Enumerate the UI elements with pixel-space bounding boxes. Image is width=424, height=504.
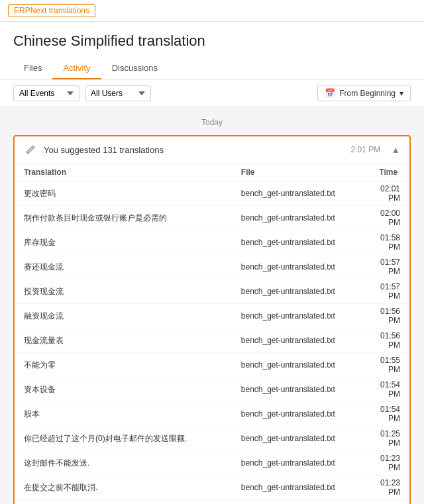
- cell-time: 01:25 PM: [370, 427, 409, 451]
- user-filter-select[interactable]: All Users: [85, 85, 151, 101]
- cell-translation: 融资现金流: [15, 304, 232, 328]
- tab-files[interactable]: Files: [13, 58, 52, 79]
- cell-time: 01:23 PM: [370, 476, 409, 500]
- cell-file: bench_get-untranslated.txt: [232, 304, 370, 328]
- table-row: 这封邮件不能发送.bench_get-untranslated.txt01:23…: [15, 451, 409, 476]
- cell-time: 01:22 PM: [370, 500, 409, 505]
- col-header-file: File: [232, 164, 370, 181]
- table-row: 制作付款条目时现金或银行账户是必需的bench_get-untranslated…: [15, 206, 409, 230]
- table-row: 融资现金流bench_get-untranslated.txt01:56 PM: [15, 304, 409, 328]
- page-header: Chinese Simplified translation Files Act…: [0, 22, 424, 79]
- toolbar: All Events All Users 📅 From Beginning ▾: [0, 79, 424, 107]
- cell-time: 01:57 PM: [370, 255, 409, 279]
- page-title: Chinese Simplified translation: [13, 32, 411, 50]
- cell-time: 02:01 PM: [370, 181, 409, 206]
- activity-header: You suggested 131 translations 2:01 PM ▲: [15, 136, 409, 164]
- cell-time: 02:00 PM: [370, 206, 409, 230]
- cell-file: bench_get-untranslated.txt: [232, 255, 370, 279]
- table-row: 不能为零bench_get-untranslated.txt01:55 PM: [15, 353, 409, 378]
- date-divider: Today: [13, 118, 411, 127]
- tab-activity[interactable]: Activity: [52, 58, 101, 79]
- cell-translation: 投资现金流: [15, 279, 232, 304]
- cell-file: bench_get-untranslated.txt: [232, 279, 370, 304]
- activity-message: You suggested 131 translations: [44, 145, 164, 155]
- table-row: 在提交之前不能取消.bench_get-untranslated.txt01:2…: [15, 476, 409, 500]
- cell-translation: 股本: [15, 402, 232, 427]
- cell-file: bench_get-untranslated.txt: [232, 451, 370, 476]
- table-row: 更改密码bench_get-untranslated.txt02:01 PM: [15, 181, 409, 206]
- table-row: 现金流量表bench_get-untranslated.txt01:56 PM: [15, 328, 409, 353]
- cell-file: bench_get-untranslated.txt: [232, 328, 370, 353]
- cell-time: 01:56 PM: [370, 304, 409, 328]
- cell-file: bench_get-untranslated.txt: [232, 476, 370, 500]
- col-header-time: Time: [370, 164, 409, 181]
- cell-translation: 制作付款条目时现金或银行账户是必需的: [15, 206, 232, 230]
- from-beginning-label: From Beginning: [339, 89, 396, 98]
- edit-icon: [24, 143, 37, 156]
- toolbar-left: All Events All Users: [13, 85, 151, 101]
- cell-time: 01:23 PM: [370, 451, 409, 476]
- cell-file: bench_get-untranslated.txt: [232, 353, 370, 378]
- cell-time: 01:54 PM: [370, 402, 409, 427]
- activity-header-left: You suggested 131 translations: [24, 143, 164, 156]
- calendar-icon: 📅: [325, 88, 335, 98]
- event-filter-select[interactable]: All Events: [13, 85, 80, 101]
- activity-card: You suggested 131 translations 2:01 PM ▲…: [13, 135, 411, 504]
- cell-time: 01:58 PM: [370, 230, 409, 255]
- cell-file: bench_get-untranslated.txt: [232, 378, 370, 402]
- cell-file: bench_get-untranslated.txt: [232, 230, 370, 255]
- cell-file: bench_get-untranslated.txt: [232, 181, 370, 206]
- table-row: 你已经超过了这个月(0)封电子邮件的发送限额.bench_get-untrans…: [15, 427, 409, 451]
- cell-translation: 赛还现金流: [15, 255, 232, 279]
- cell-translation: 现金流量表: [15, 328, 232, 353]
- table-row: 股本bench_get-untranslated.txt01:54 PM: [15, 402, 409, 427]
- translations-table: Translation File Time 更改密码bench_get-untr…: [15, 164, 409, 504]
- breadcrumb-bar: ERPNext translations: [0, 0, 424, 22]
- cell-translation: 更改密码: [15, 181, 232, 206]
- cell-translation: 资本设备: [15, 378, 232, 402]
- tab-discussions[interactable]: Discussions: [101, 58, 168, 79]
- activity-toggle[interactable]: ▲: [386, 144, 400, 155]
- dropdown-arrow-icon: ▾: [399, 89, 403, 98]
- activity-time: 2:01 PM: [350, 145, 380, 154]
- cell-translation: 在提交之前不能取消.: [15, 476, 232, 500]
- content-area: Today You suggested 131 translations 2:0…: [0, 107, 424, 504]
- tabs-container: Files Activity Discussions: [13, 58, 411, 79]
- table-row: 可写入bench_get-untranslated.txt01:22 PM: [15, 500, 409, 505]
- table-row: 库存现金bench_get-untranslated.txt01:58 PM: [15, 230, 409, 255]
- cell-time: 01:54 PM: [370, 378, 409, 402]
- cell-translation: 可写入: [15, 500, 232, 505]
- cell-translation: 你已经超过了这个月(0)封电子邮件的发送限额.: [15, 427, 232, 451]
- cell-translation: 库存现金: [15, 230, 232, 255]
- toolbar-right: 📅 From Beginning ▾: [317, 85, 411, 101]
- cell-time: 01:56 PM: [370, 328, 409, 353]
- cell-translation: 不能为零: [15, 353, 232, 378]
- col-header-translation: Translation: [15, 164, 232, 181]
- cell-translation: 这封邮件不能发送.: [15, 451, 232, 476]
- table-row: 赛还现金流bench_get-untranslated.txt01:57 PM: [15, 255, 409, 279]
- table-row: 投资现金流bench_get-untranslated.txt01:57 PM: [15, 279, 409, 304]
- cell-file: bench_get-untranslated.txt: [232, 206, 370, 230]
- from-beginning-button[interactable]: 📅 From Beginning ▾: [317, 85, 411, 101]
- cell-file: bench_get-untranslated.txt: [232, 427, 370, 451]
- breadcrumb-link[interactable]: ERPNext translations: [8, 4, 95, 17]
- table-row: 资本设备bench_get-untranslated.txt01:54 PM: [15, 378, 409, 402]
- cell-time: 01:55 PM: [370, 353, 409, 378]
- cell-time: 01:57 PM: [370, 279, 409, 304]
- cell-file: bench_get-untranslated.txt: [232, 402, 370, 427]
- cell-file: bench_get-untranslated.txt: [232, 500, 370, 505]
